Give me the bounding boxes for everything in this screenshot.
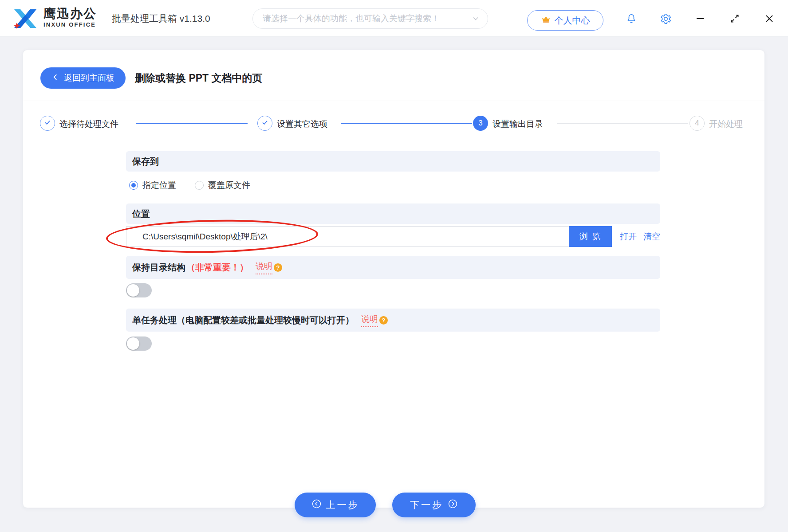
- toggle-knob: [127, 337, 139, 350]
- back-button-label: 返回到主面板: [64, 72, 114, 84]
- chevron-left-icon: [51, 73, 59, 83]
- open-folder-link[interactable]: 打开: [620, 231, 637, 243]
- user-center-button[interactable]: 个人中心: [527, 10, 603, 31]
- location-header: 位置: [126, 203, 660, 224]
- radio-specified-location[interactable]: [129, 181, 138, 190]
- step-connector: [136, 123, 248, 124]
- step-1-circle[interactable]: [40, 116, 55, 131]
- step-4-label: 开始处理: [709, 118, 743, 130]
- browse-button[interactable]: 浏 览: [569, 226, 612, 247]
- close-icon: [764, 13, 775, 26]
- inxun-logo-icon: [11, 6, 40, 33]
- resize-icon: [729, 13, 740, 26]
- output-path-input[interactable]: [126, 226, 569, 247]
- question-mark-icon[interactable]: ?: [274, 263, 282, 272]
- keep-structure-header: 保持目录结构 （非常重要！） 说明 ?: [126, 256, 660, 279]
- step-2-circle[interactable]: [257, 116, 272, 131]
- radio-dot: [131, 183, 136, 188]
- save-to-options: 指定位置 覆盖原文件: [129, 180, 250, 191]
- gear-icon: [660, 13, 672, 27]
- check-icon: [260, 118, 269, 129]
- step-4-number: 4: [695, 119, 699, 128]
- search-input[interactable]: [252, 8, 488, 29]
- radio-specified-label[interactable]: 指定位置: [142, 180, 176, 191]
- single-task-help-link[interactable]: 说明: [361, 313, 378, 327]
- brand-name-en: INXUN OFFICE: [43, 21, 97, 28]
- single-task-title: 单任务处理（电脑配置较差或批量处理较慢时可以打开）: [132, 314, 354, 326]
- main-card: 返回到主面板 删除或替换 PPT 文档中的页 选择待处理文件 设置其它选项 3 …: [23, 50, 765, 508]
- prev-button-label: 上一步: [326, 499, 359, 511]
- question-mark-icon[interactable]: ?: [379, 316, 388, 325]
- check-icon: [43, 118, 52, 129]
- clear-path-link[interactable]: 清空: [643, 231, 660, 243]
- toggle-knob: [127, 284, 139, 297]
- step-3-number: 3: [478, 119, 482, 128]
- step-3-label: 设置输出目录: [492, 118, 543, 130]
- settings-button[interactable]: [657, 11, 674, 28]
- close-button[interactable]: [760, 11, 778, 28]
- save-to-title: 保存到: [132, 156, 159, 168]
- back-to-dashboard-button[interactable]: 返回到主面板: [40, 67, 126, 89]
- header-divider: [23, 101, 764, 101]
- brand-block: 鹰迅办公 INXUN OFFICE: [43, 7, 97, 28]
- circle-chevron-left-icon: [311, 499, 322, 511]
- single-task-toggle[interactable]: [126, 336, 152, 351]
- prev-step-button[interactable]: 上一步: [295, 493, 376, 517]
- browse-button-label: 浏 览: [579, 231, 601, 243]
- function-search: [252, 8, 488, 29]
- resize-button[interactable]: [726, 11, 744, 28]
- save-to-header: 保存到: [126, 151, 660, 172]
- page-title: 删除或替换 PPT 文档中的页: [135, 67, 263, 89]
- chevron-down-icon[interactable]: [471, 14, 480, 25]
- step-3-circle: 3: [473, 116, 488, 131]
- step-connector: [341, 123, 472, 124]
- output-path-row: 浏 览 打开 清空: [126, 226, 660, 247]
- keep-structure-title: 保持目录结构: [132, 262, 185, 274]
- app-title: 批量处理工具箱 v1.13.0: [112, 0, 210, 37]
- topbar: 鹰迅办公 INXUN OFFICE 批量处理工具箱 v1.13.0 个人中心: [0, 0, 788, 37]
- single-task-header: 单任务处理（电脑配置较差或批量处理较慢时可以打开） 说明 ?: [126, 309, 660, 332]
- radio-overwrite-label[interactable]: 覆盖原文件: [208, 180, 250, 191]
- location-title: 位置: [132, 208, 150, 220]
- brand-name-cn: 鹰迅办公: [43, 7, 97, 20]
- minimize-button[interactable]: [691, 11, 709, 28]
- radio-overwrite-original[interactable]: [195, 181, 204, 190]
- keep-structure-toggle[interactable]: [126, 283, 152, 297]
- crown-icon: [541, 14, 551, 27]
- bell-icon: [626, 13, 637, 26]
- step-1-label: 选择待处理文件: [59, 118, 118, 130]
- notifications-button[interactable]: [623, 11, 640, 28]
- step-connector: [557, 123, 688, 124]
- important-warning-text: （非常重要！）: [186, 262, 248, 274]
- minimize-icon: [695, 13, 705, 26]
- next-step-button[interactable]: 下一步: [392, 493, 476, 517]
- next-button-label: 下一步: [410, 499, 443, 511]
- keep-structure-help-link[interactable]: 说明: [256, 261, 272, 274]
- circle-chevron-right-icon: [448, 499, 458, 511]
- step-2-label: 设置其它选项: [277, 118, 327, 130]
- user-center-label: 个人中心: [555, 15, 590, 27]
- step-4-circle: 4: [690, 116, 705, 131]
